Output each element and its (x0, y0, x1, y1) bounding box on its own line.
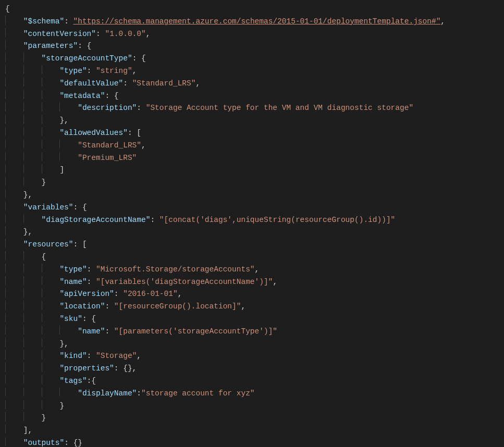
code-line[interactable]: "tags":{ (5, 375, 504, 388)
code-line[interactable]: "parameters": { (5, 40, 504, 53)
code-line[interactable]: }, (5, 226, 504, 239)
schema-url[interactable]: "https://schema.management.azure.com/sch… (73, 17, 441, 26)
code-line[interactable]: "apiVersion": "2016-01-01", (5, 288, 504, 301)
code-line[interactable]: "resources": [ (5, 239, 504, 251)
code-line[interactable]: }, (5, 189, 504, 202)
code-line[interactable]: "properties": {}, (5, 363, 504, 375)
code-line[interactable]: "contentVersion": "1.0.0.0", (5, 28, 504, 41)
code-line[interactable]: ], (5, 425, 504, 437)
json-editor[interactable]: {"$schema": "https://schema.management.a… (0, 0, 504, 447)
code-line[interactable]: "diagStorageAccountName": "[concat('diag… (5, 214, 504, 227)
code-line[interactable]: "location": "[resourceGroup().location]"… (5, 301, 504, 313)
code-line[interactable]: } (5, 177, 504, 189)
code-line[interactable]: "storageAccountType": { (5, 53, 504, 65)
code-line[interactable]: "type": "string", (5, 65, 504, 78)
code-line[interactable]: "description": "Storage Account type for… (5, 102, 504, 115)
code-line[interactable]: { (5, 251, 504, 264)
code-line[interactable]: "sku": { (5, 313, 504, 326)
code-line[interactable]: }, (5, 338, 504, 351)
code-line[interactable]: "metadata": { (5, 90, 504, 103)
code-line[interactable]: "outputs": {} (5, 437, 504, 447)
code-line[interactable]: }, (5, 115, 504, 127)
code-line[interactable]: "kind": "Storage", (5, 350, 504, 363)
code-line[interactable]: "$schema": "https://schema.management.az… (5, 16, 504, 28)
code-line[interactable]: "defaultValue": "Standard_LRS", (5, 78, 504, 90)
code-line[interactable]: "name": "[variables('diagStorageAccountN… (5, 276, 504, 289)
code-line[interactable]: "name": "[parameters('storageAccountType… (5, 326, 504, 338)
code-line[interactable]: ] (5, 164, 504, 177)
code-line[interactable]: { (5, 3, 504, 16)
code-line[interactable]: "Premium_LRS" (5, 152, 504, 165)
code-line[interactable]: } (5, 400, 504, 413)
code-line[interactable]: } (5, 412, 504, 425)
code-line[interactable]: "allowedValues": [ (5, 127, 504, 140)
code-line[interactable]: "Standard_LRS", (5, 140, 504, 152)
code-line[interactable]: "type": "Microsoft.Storage/storageAccoun… (5, 264, 504, 276)
code-line[interactable]: "variables": { (5, 202, 504, 214)
code-line[interactable]: "displayName":"storage account for xyz" (5, 388, 504, 400)
